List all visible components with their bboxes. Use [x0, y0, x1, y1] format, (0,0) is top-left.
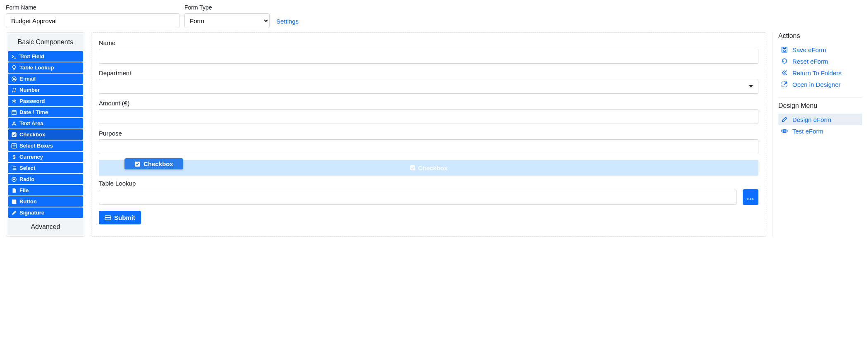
palette-item-label: Password: [19, 98, 45, 104]
palette-item-label: Select Boxes: [19, 143, 53, 149]
palette-item-label: Text Field: [19, 53, 44, 60]
terminal-icon: [11, 54, 17, 60]
settings-link[interactable]: Settings: [276, 18, 299, 28]
palette-item-label: Currency: [19, 154, 43, 160]
drop-ghost-label: Checkbox: [418, 164, 448, 172]
eye-icon: [781, 127, 788, 135]
form-canvas[interactable]: Name Department Amount (€) Purpose Check…: [91, 32, 766, 237]
file-icon: [11, 188, 17, 193]
palette-item-table-lookup[interactable]: Table Lookup: [8, 62, 83, 73]
svg-point-1: [12, 76, 17, 81]
actions-heading: Actions: [778, 32, 862, 40]
palette-item-checkbox[interactable]: Checkbox: [8, 129, 83, 140]
rail-divider: [778, 98, 862, 98]
square-icon: [11, 199, 17, 205]
component-palette: Basic Components Text FieldTable LookupE…: [6, 32, 85, 237]
form-type-select[interactable]: Form: [184, 13, 270, 28]
drop-zone-checkbox[interactable]: Checkbox Checkbox: [99, 160, 758, 176]
basic-components-heading[interactable]: Basic Components: [8, 34, 83, 50]
palette-item-label: Table Lookup: [19, 64, 54, 71]
form-type-field: Form Type Form: [184, 4, 270, 28]
field-purpose: Purpose: [99, 130, 758, 154]
drag-chip-label: Checkbox: [143, 160, 173, 167]
design-menu-heading: Design Menu: [778, 102, 862, 110]
asterisk-icon: [11, 98, 17, 104]
palette-item-label: Text Area: [19, 120, 43, 126]
form-name-input[interactable]: [6, 13, 179, 28]
palette-item-label: Checkbox: [19, 131, 45, 138]
pen-icon: [11, 210, 17, 216]
font-icon: [11, 121, 17, 126]
drag-chip-checkbox[interactable]: Checkbox: [124, 158, 183, 169]
open-icon: [781, 81, 788, 88]
palette-item-label: Date / Time: [19, 109, 48, 115]
svg-point-17: [784, 50, 786, 52]
field-purpose-input[interactable]: [99, 139, 758, 154]
hash-icon: [11, 87, 17, 93]
action-label: Reset eForm: [792, 58, 828, 65]
field-purpose-label: Purpose: [99, 130, 758, 137]
svg-point-0: [13, 65, 16, 68]
field-name-label: Name: [99, 39, 758, 46]
palette-item-select-boxes[interactable]: Select Boxes: [8, 141, 83, 151]
pencil-icon: [781, 116, 788, 123]
action-reset-eform[interactable]: Reset eForm: [778, 55, 862, 67]
field-department: Department: [99, 69, 758, 94]
form-name-label: Form Name: [6, 4, 179, 11]
action-label: Open in Designer: [792, 81, 841, 88]
action-save-eform[interactable]: Save eForm: [778, 44, 862, 55]
field-amount-input[interactable]: [99, 109, 758, 124]
palette-item-label: Signature: [19, 210, 44, 216]
drop-ghost: Checkbox: [410, 164, 448, 172]
svg-rect-13: [410, 165, 415, 170]
header-row: Form Name Form Type Form Settings: [6, 4, 862, 28]
svg-rect-3: [12, 110, 17, 114]
submit-button[interactable]: Submit: [99, 211, 141, 224]
palette-item-currency[interactable]: Currency: [8, 152, 83, 162]
palette-item-file[interactable]: File: [8, 185, 83, 195]
svg-point-7: [12, 168, 12, 169]
save-icon: [781, 46, 788, 53]
card-icon: [105, 214, 111, 221]
action-open-in-designer[interactable]: Open in Designer: [778, 79, 862, 90]
palette-item-text-area[interactable]: Text Area: [8, 118, 83, 129]
palette-item-label: File: [19, 187, 29, 193]
palette-item-password[interactable]: Password: [8, 96, 83, 106]
lookup-browse-button[interactable]: ...: [743, 189, 758, 205]
actions-list: Save eFormReset eFormReturn To FoldersOp…: [778, 44, 862, 90]
palette-item-label: E-mail: [19, 76, 36, 82]
palette-item-signature[interactable]: Signature: [8, 207, 83, 218]
palette-item-button[interactable]: Button: [8, 196, 83, 207]
palette-item-date-time[interactable]: Date / Time: [8, 107, 83, 117]
action-label: Save eForm: [792, 46, 826, 53]
svg-rect-4: [12, 132, 16, 137]
advanced-heading[interactable]: Advanced: [8, 219, 83, 235]
submit-label: Submit: [114, 214, 135, 221]
form-name-field: Form Name: [6, 4, 179, 28]
field-lookup-input[interactable]: [99, 190, 737, 205]
design-menu-test-eform[interactable]: Test eForm: [778, 125, 862, 137]
palette-items: Text FieldTable LookupE-mailNumberPasswo…: [8, 50, 83, 219]
main-area: Basic Components Text FieldTable LookupE…: [6, 32, 862, 237]
action-return-to-folders[interactable]: Return To Folders: [778, 67, 862, 79]
field-department-select[interactable]: [99, 79, 758, 94]
svg-rect-15: [105, 217, 111, 218]
check-square-icon: [410, 165, 416, 171]
design-menu-design-eform[interactable]: Design eForm: [778, 114, 862, 125]
action-label: Return To Folders: [792, 69, 842, 76]
palette-item-label: Select: [19, 165, 35, 171]
palette-item-text-field[interactable]: Text Field: [8, 51, 83, 62]
field-name-input[interactable]: [99, 49, 758, 64]
palette-item-number[interactable]: Number: [8, 85, 83, 95]
svg-rect-12: [135, 161, 140, 166]
dot-circle-icon: [11, 176, 17, 182]
palette-item-label: Button: [19, 198, 37, 205]
palette-item-e-mail[interactable]: E-mail: [8, 74, 83, 84]
palette-item-select[interactable]: Select: [8, 163, 83, 173]
palette-item-radio[interactable]: Radio: [8, 174, 83, 184]
list-icon: [11, 165, 17, 171]
field-name: Name: [99, 39, 758, 64]
at-icon: [11, 76, 17, 82]
field-amount: Amount (€): [99, 100, 758, 124]
field-department-label: Department: [99, 69, 758, 76]
